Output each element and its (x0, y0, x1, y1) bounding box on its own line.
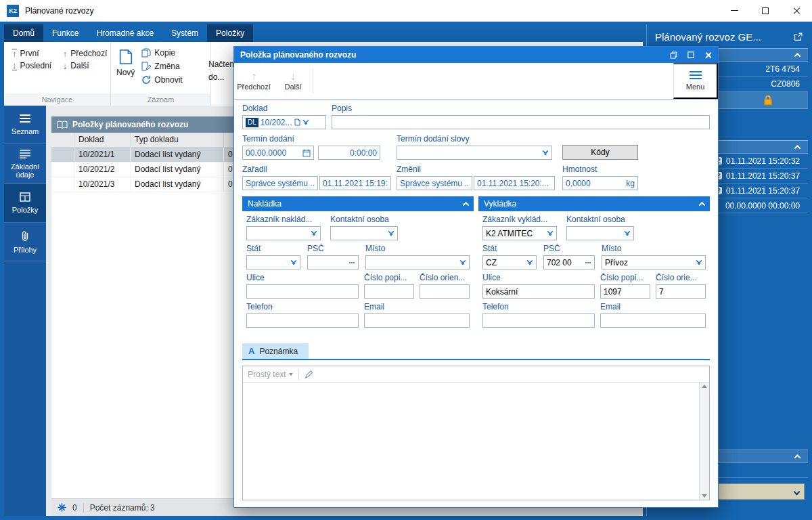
arrow-up-icon: ↑ (63, 49, 68, 58)
sidebar-item-polozky[interactable]: Položky (4, 184, 46, 223)
cislo-or-input[interactable] (659, 285, 702, 298)
dropdown-icon[interactable] (526, 259, 533, 265)
last-label: Poslední (20, 61, 52, 70)
zmenil-field: Změnil Správce systému ... 01.11.2021 15… (397, 165, 555, 190)
refresh-button[interactable]: Obnovit (141, 75, 182, 85)
minimize-icon (731, 10, 738, 11)
vykladka-title: Vykládka (484, 199, 516, 209)
copy-button[interactable]: Kopie (141, 48, 182, 58)
pencil-icon[interactable] (304, 370, 313, 378)
tab-poznamka[interactable]: A Poznámka (242, 343, 309, 359)
vykladka-header[interactable]: Vykládka (478, 196, 710, 211)
dropdown-icon[interactable] (290, 259, 297, 265)
dialog-menu-button[interactable]: Menu (673, 63, 718, 99)
scroll-down-icon[interactable] (702, 494, 707, 498)
bottom-combo[interactable] (717, 483, 805, 500)
tab-hromadne-akce[interactable]: Hromadné akce (87, 24, 162, 42)
app-window: K2 Plánované rozvozy Domů Funkce Hromadn… (0, 0, 812, 520)
doklad-input[interactable]: DL 10/202... (242, 115, 326, 129)
email-input[interactable] (367, 314, 466, 327)
ulice-input[interactable] (486, 285, 591, 298)
column-row-selector[interactable] (51, 133, 74, 147)
close-icon[interactable] (704, 51, 712, 59)
maximize-icon[interactable] (687, 51, 694, 58)
first-label: První (20, 49, 39, 58)
sidebar-item-zakladni-udaje[interactable]: Základní údaje (4, 144, 46, 184)
hmotnost-value: 0,0000 (566, 179, 591, 188)
tab-funkce[interactable]: Funkce (43, 24, 87, 42)
cislo-pop-input[interactable] (367, 285, 411, 298)
filter-star-icon[interactable] (58, 503, 66, 512)
stat-input[interactable] (246, 255, 300, 269)
column-doklad[interactable]: Doklad (74, 133, 131, 147)
dialog-next-button[interactable]: ↓Další (273, 63, 313, 99)
ulice-input[interactable] (250, 285, 355, 298)
open-document-icon[interactable] (294, 118, 300, 126)
psc-input[interactable] (311, 256, 346, 269)
dialog-previous-button[interactable]: ↑Předchozí (234, 63, 273, 99)
restore-icon[interactable] (670, 51, 677, 59)
kontakt-input[interactable] (330, 226, 398, 240)
zakaznik-input[interactable] (246, 226, 321, 240)
psc-input[interactable] (547, 256, 582, 269)
paperclip-icon (21, 230, 29, 242)
maximize-button[interactable] (750, 0, 781, 21)
row-selector-cell (51, 148, 74, 162)
cislo-or-label: Číslo orien... (420, 273, 470, 282)
dropdown-icon[interactable] (311, 230, 317, 236)
toolbar-separator (313, 69, 313, 93)
kontakt-label: Kontaktní osoba (566, 215, 634, 224)
scroll-up-icon[interactable] (702, 385, 707, 388)
change-button[interactable]: Změna (141, 62, 182, 71)
scrollbar[interactable] (699, 383, 709, 500)
misto-input[interactable]: Přívoz (602, 255, 706, 269)
dropdown-icon[interactable] (624, 230, 631, 236)
termin-time-input[interactable]: 0:00:00 (318, 146, 380, 160)
dropdown-icon[interactable] (696, 259, 702, 265)
minimize-button[interactable] (719, 0, 750, 21)
dropdown-icon[interactable] (459, 259, 466, 265)
sidebar-item-prilohy[interactable]: Přílohy (4, 223, 46, 261)
telefon-input[interactable] (250, 314, 355, 327)
note-text-area[interactable] (243, 383, 699, 500)
next-button[interactable]: ↓Další (63, 61, 110, 70)
kontakt-input[interactable] (566, 226, 634, 240)
dropdown-icon[interactable] (547, 230, 554, 236)
misto-input[interactable] (365, 255, 470, 269)
last-button[interactable]: ↓Poslední (12, 61, 55, 70)
cislo-pop-input-wrap (600, 284, 650, 299)
termin-date-input[interactable]: 00.00.0000 (242, 146, 314, 160)
close-button[interactable] (781, 0, 812, 21)
new-button[interactable]: Nový (116, 46, 135, 85)
dropdown-icon[interactable] (388, 230, 394, 236)
cislo-or-input[interactable] (423, 285, 466, 298)
sidebar-item-seznam[interactable]: Seznam (4, 106, 46, 144)
more-icon[interactable] (349, 262, 351, 263)
stat-input[interactable]: CZ (482, 255, 537, 269)
calendar-icon[interactable] (302, 149, 311, 157)
more-icon[interactable] (585, 262, 587, 263)
tab-system[interactable]: Systém (162, 24, 207, 42)
refresh-icon (141, 75, 151, 85)
telefon-input[interactable] (486, 314, 591, 327)
zakaznik-input[interactable]: K2 ATMITEC (482, 226, 557, 240)
chevron-up-icon (794, 52, 801, 59)
zaradil-date: 01.11.2021 15:19:... (319, 176, 391, 190)
hmotnost-input[interactable]: 0,0000 kg (562, 176, 638, 190)
popis-input[interactable] (335, 116, 706, 129)
open-external-icon[interactable] (794, 32, 803, 41)
first-button[interactable]: ↑První (12, 49, 55, 58)
dropdown-icon[interactable] (302, 119, 309, 125)
tab-polozky[interactable]: Položky (207, 24, 253, 42)
nakladka-header[interactable]: Nakládka (242, 196, 474, 211)
column-typ-dokladu[interactable]: Typ dokladu (131, 133, 224, 147)
dropdown-icon[interactable] (542, 150, 549, 156)
format-select[interactable]: Prostý text (248, 370, 293, 379)
cislo-pop-input[interactable] (604, 285, 647, 298)
navigation-buttons: ↑První ↑Předchozí ↓Poslední ↓Další (4, 42, 110, 70)
previous-button[interactable]: ↑Předchozí (63, 49, 110, 58)
kody-button[interactable]: Kódy (562, 145, 638, 160)
termin-slovy-input[interactable] (397, 146, 552, 160)
email-input[interactable] (604, 314, 702, 327)
tab-domu[interactable]: Domů (4, 24, 43, 42)
